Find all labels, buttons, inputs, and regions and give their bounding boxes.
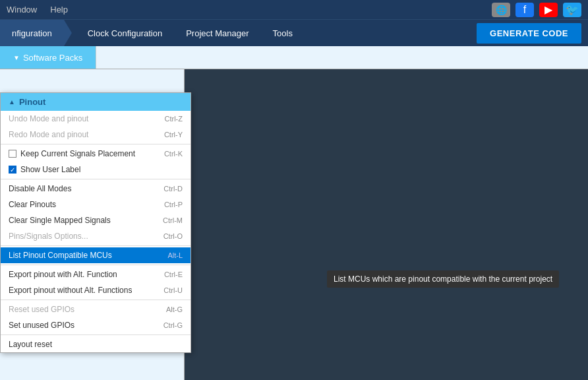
list-compatible-label: List Pinout Compatible MCUs: [9, 251, 112, 260]
tab-tools[interactable]: Tools: [261, 20, 305, 46]
menu-divider-1: [1, 144, 191, 144]
menu-item-list-compatible[interactable]: List Pinout Compatible MCUs Alt-L: [1, 247, 191, 263]
software-packs-label: Software Packs: [23, 53, 82, 63]
menu-item-undo: Undo Mode and pinout Ctrl-Z: [1, 111, 191, 127]
pinout-menu-header[interactable]: ▲ Pinout: [1, 93, 191, 111]
redo-shortcut: Ctrl-Y: [164, 131, 183, 139]
export-without-alt-label: Export pinout without Alt. Functions: [9, 286, 132, 295]
menu-item-export-without-alt[interactable]: Export pinout without Alt. Functions Ctr…: [1, 282, 191, 298]
show-label-label: Show User Label: [20, 165, 80, 174]
show-label-checkbox[interactable]: ✓: [9, 166, 16, 174]
menu-item-disable-modes[interactable]: Disable All Modes Ctrl-D: [1, 181, 191, 197]
clear-pinouts-label: Clear Pinouts: [9, 200, 56, 209]
chevron-up-icon: ▲: [9, 98, 15, 106]
undo-shortcut: Ctrl-Z: [165, 115, 183, 123]
tab-tools-label: Tools: [273, 28, 293, 38]
left-panel: ▲ Pinout Undo Mode and pinout Ctrl-Z Red…: [0, 69, 185, 380]
menu-item-set-gpios[interactable]: Set unused GPIOs Ctrl-G: [1, 317, 191, 333]
list-compatible-shortcut: Alt-L: [167, 251, 183, 259]
export-with-alt-label: Export pinout with Alt. Function: [9, 270, 117, 279]
main-area: ▲ Pinout Undo Mode and pinout Ctrl-Z Red…: [0, 69, 588, 380]
top-bar-icons: 🌐 f ▶ 🐦: [492, 3, 581, 17]
menu-item-clear-single[interactable]: Clear Single Mapped Signals Ctrl-M: [1, 212, 191, 228]
undo-label: Undo Mode and pinout: [9, 114, 88, 123]
tab-configuration-label: nfiguration: [12, 28, 52, 38]
tab-clock[interactable]: Clock Configuration: [76, 20, 174, 46]
right-area: [185, 69, 588, 380]
menu-divider-4: [1, 265, 191, 265]
menu-divider-5: [1, 300, 191, 300]
reset-gpios-shortcut: Alt-G: [166, 305, 183, 313]
menu-divider-3: [1, 245, 191, 246]
tab-project-manager-label: Project Manager: [186, 28, 249, 38]
clear-pinouts-shortcut: Ctrl-P: [164, 201, 183, 208]
tab-project-manager[interactable]: Project Manager: [174, 20, 260, 46]
window-menu[interactable]: Window: [7, 5, 37, 15]
menu-divider-2: [1, 179, 191, 179]
software-packs-tab[interactable]: ▼ Software Packs: [0, 46, 96, 69]
set-gpios-label: Set unused GPIOs: [9, 321, 74, 330]
menu-item-layout-reset[interactable]: Layout reset: [1, 336, 191, 352]
set-gpios-shortcut: Ctrl-G: [163, 321, 183, 329]
reset-gpios-label: Reset used GPIOs: [9, 305, 74, 314]
menu-item-export-with-alt[interactable]: Export pinout with Alt. Function Ctrl-E: [1, 267, 191, 282]
tooltip-compatible-mcus: List MCUs which are pinout compatible wi…: [327, 270, 559, 288]
generate-code-button[interactable]: GENERATE CODE: [477, 23, 581, 44]
chevron-down-icon: ▼: [13, 54, 20, 61]
pins-options-label: Pins/Signals Options...: [9, 232, 88, 241]
layout-reset-label: Layout reset: [9, 340, 52, 349]
tab-configuration[interactable]: nfiguration: [0, 20, 64, 46]
facebook-icon[interactable]: f: [515, 3, 534, 17]
keep-signals-shortcut: Ctrl-K: [164, 150, 183, 158]
menu-item-pins-options: Pins/Signals Options... Ctrl-O: [1, 228, 191, 244]
menu-item-keep-signals[interactable]: Keep Current Signals Placement Ctrl-K: [1, 146, 191, 162]
menu-item-show-label[interactable]: ✓ Show User Label: [1, 162, 191, 177]
content-tabs: ▼ Software Packs: [0, 46, 588, 69]
clear-single-shortcut: Ctrl-M: [163, 216, 183, 224]
menu-divider-6: [1, 334, 191, 335]
pins-options-shortcut: Ctrl-O: [163, 232, 183, 240]
keep-signals-checkbox[interactable]: [9, 150, 16, 158]
keep-signals-checkbox-row: Keep Current Signals Placement: [9, 149, 135, 158]
show-label-checkbox-row: ✓ Show User Label: [9, 165, 80, 174]
tab-clock-label: Clock Configuration: [88, 28, 162, 38]
redo-label: Redo Mode and pinout: [9, 130, 88, 139]
clear-single-label: Clear Single Mapped Signals: [9, 216, 111, 225]
top-bar: Window Help 🌐 f ▶ 🐦: [0, 0, 588, 20]
menu-item-clear-pinouts[interactable]: Clear Pinouts Ctrl-P: [1, 197, 191, 212]
youtube-icon[interactable]: ▶: [539, 3, 558, 17]
menu-item-redo: Redo Mode and pinout Ctrl-Y: [1, 127, 191, 142]
disable-modes-shortcut: Ctrl-D: [163, 185, 183, 193]
globe-icon[interactable]: 🌐: [492, 3, 510, 17]
disable-modes-label: Disable All Modes: [9, 184, 71, 193]
pinout-menu-title: Pinout: [19, 97, 45, 107]
pinout-dropdown-menu: ▲ Pinout Undo Mode and pinout Ctrl-Z Red…: [0, 92, 191, 353]
menu-item-reset-gpios: Reset used GPIOs Alt-G: [1, 301, 191, 317]
twitter-icon[interactable]: 🐦: [563, 3, 581, 17]
tab-bar: nfiguration Clock Configuration Project …: [0, 20, 588, 46]
top-bar-links: Window Help: [7, 5, 68, 15]
keep-signals-label: Keep Current Signals Placement: [20, 149, 135, 158]
help-menu[interactable]: Help: [50, 5, 68, 15]
export-without-alt-shortcut: Ctrl-U: [163, 286, 183, 294]
export-with-alt-shortcut: Ctrl-E: [164, 270, 183, 278]
